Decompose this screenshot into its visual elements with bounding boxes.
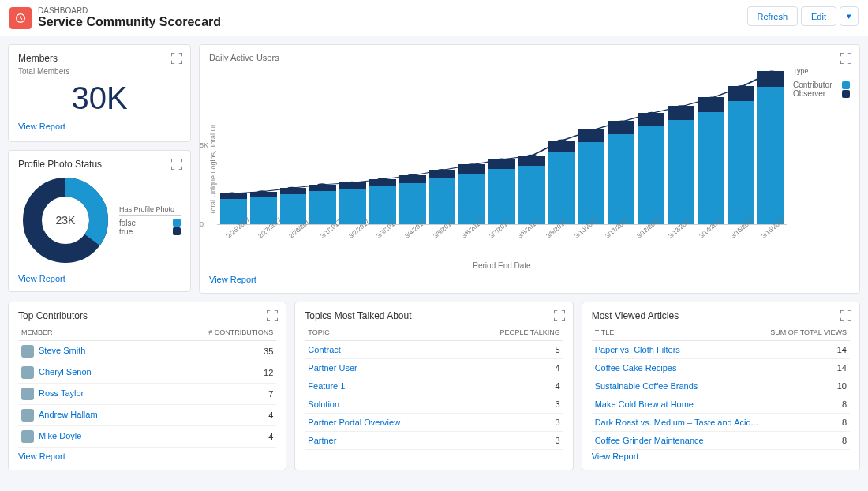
- legend-item: false: [119, 219, 181, 227]
- caret-down-icon: ▾: [847, 11, 851, 21]
- table-row: Ross Taylor7: [18, 384, 276, 405]
- header-kicker: DASHBOARD: [38, 6, 221, 15]
- table-row: Stephen Colbert4: [18, 448, 276, 452]
- row-count: 4: [459, 377, 563, 395]
- chart-x-labels: 2/26/20172/27/20172/28/20173/1/20173/2/2…: [217, 225, 787, 258]
- members-title: Members: [18, 53, 181, 64]
- avatar: [21, 366, 34, 379]
- row-link[interactable]: Coffee Cake Recipes: [595, 363, 677, 373]
- table-row: Contract5: [305, 341, 563, 359]
- bar-column: [578, 129, 605, 224]
- page-title: Service Community Scorecard: [38, 15, 221, 29]
- row-link[interactable]: Make Cold Brew at Home: [595, 399, 694, 409]
- edit-button[interactable]: Edit: [801, 6, 836, 26]
- articles-card: Most Viewed Articles TITLE SUM OF TOTAL …: [582, 302, 860, 470]
- row-link[interactable]: Partner: [308, 436, 336, 445]
- row-count: 3: [459, 395, 563, 414]
- table-row: Coffee Cake Recipes14: [592, 359, 850, 377]
- expand-icon[interactable]: [840, 53, 851, 64]
- profile-view-report-link[interactable]: View Report: [18, 274, 65, 283]
- row-count: 3: [459, 450, 563, 452]
- row-link[interactable]: Dark Roast vs. Medium – Taste and Acid..…: [595, 418, 758, 427]
- topics-title: Topics Most Talked About: [305, 310, 563, 321]
- row-link[interactable]: Solution: [308, 399, 339, 409]
- bar-segment-observer: [578, 129, 605, 142]
- row-count: 8: [765, 395, 850, 414]
- table-row: Feature 14: [305, 377, 563, 395]
- bar-segment-observer: [698, 97, 724, 112]
- top-contributors-card: Top Contributors MEMBER # CONTRIBUTIONS …: [8, 302, 286, 470]
- bar-segment-observer: [250, 192, 277, 197]
- row-link[interactable]: Andrew Hallam: [39, 410, 98, 419]
- row-count: 10: [765, 377, 850, 395]
- bar-segment-observer: [399, 175, 426, 183]
- table-row: Cheryl Senon12: [18, 362, 276, 384]
- row-link[interactable]: Sustainable Coffee Brands: [595, 381, 698, 391]
- expand-icon[interactable]: [554, 310, 565, 321]
- bar-column: [608, 121, 634, 224]
- bar-segment-observer: [638, 113, 664, 126]
- row-count: 3: [459, 414, 563, 432]
- row-link[interactable]: Contract: [308, 345, 341, 354]
- row-link[interactable]: Feature 1: [308, 381, 345, 391]
- bar-column: [548, 141, 575, 224]
- expand-icon[interactable]: [267, 310, 278, 321]
- articles-table: TITLE SUM OF TOTAL VIEWS Paper vs. Cloth…: [592, 324, 850, 451]
- table-row: Partner3: [305, 432, 563, 450]
- chart-view-report-link[interactable]: View Report: [209, 275, 256, 284]
- row-link[interactable]: Coffee Grinder Maintenance: [595, 436, 704, 445]
- bar-segment-observer: [608, 121, 634, 134]
- expand-icon[interactable]: [840, 310, 851, 321]
- members-subtitle: Total Members: [18, 67, 181, 76]
- donut-center-value: 23K: [18, 173, 113, 268]
- row-count: 5: [459, 341, 563, 359]
- row-count: 7: [160, 384, 277, 405]
- row-link[interactable]: Mike Doyle: [39, 431, 81, 440]
- bar-segment-observer: [369, 179, 396, 186]
- row-link[interactable]: Steve Smith: [39, 346, 85, 355]
- dashboard-icon: [9, 7, 32, 29]
- table-row: Paper vs. Cloth Filters14: [592, 341, 850, 359]
- table-row: Dark Roast vs. Medium – Taste and Acid..…: [592, 414, 850, 432]
- bar-segment-observer: [309, 185, 336, 191]
- row-link[interactable]: Ross Taylor: [39, 388, 84, 398]
- bar-segment-observer: [458, 164, 485, 174]
- contributors-view-report-link[interactable]: View Report: [18, 452, 65, 461]
- profile-donut-chart: 23K: [18, 173, 113, 268]
- col-member: MEMBER: [18, 324, 160, 341]
- bar-segment-observer: [668, 106, 694, 120]
- col-article-title: TITLE: [592, 324, 765, 341]
- row-link[interactable]: Partner Portal Overview: [308, 418, 400, 427]
- expand-icon[interactable]: [171, 53, 182, 64]
- row-count: 4: [160, 405, 277, 426]
- articles-view-report-link[interactable]: View Report: [592, 452, 639, 461]
- table-row: Mike Doyle4: [18, 426, 276, 448]
- legend-swatch: [173, 219, 181, 227]
- expand-icon[interactable]: [171, 159, 182, 170]
- row-count: 35: [160, 341, 277, 362]
- avatar: [21, 430, 34, 443]
- table-row: Partner Portal Overview3: [305, 414, 563, 432]
- y-tick-5k: 5K: [200, 141, 208, 149]
- chart-title: Daily Active Users: [209, 53, 850, 62]
- bar-segment-observer: [728, 86, 754, 101]
- y-tick-0: 0: [200, 220, 204, 228]
- row-count: 4: [459, 359, 563, 377]
- bar-segment-contributor: [728, 101, 754, 224]
- members-value: 30K: [18, 76, 181, 121]
- bar-column: [757, 71, 784, 224]
- more-actions-button[interactable]: ▾: [840, 6, 859, 26]
- refresh-button[interactable]: Refresh: [747, 6, 799, 26]
- legend-item: Observer: [793, 89, 850, 98]
- bar-segment-contributor: [548, 152, 575, 224]
- bar-column: [728, 86, 754, 224]
- row-link[interactable]: Paper vs. Cloth Filters: [595, 345, 680, 354]
- table-row: Solution3: [305, 395, 563, 414]
- row-link[interactable]: Cheryl Senon: [39, 367, 92, 377]
- col-contributions: # CONTRIBUTIONS: [160, 324, 277, 341]
- members-view-report-link[interactable]: View Report: [18, 122, 65, 131]
- bar-segment-observer: [757, 71, 784, 87]
- row-link[interactable]: Partner User: [308, 363, 357, 373]
- table-row: Steve Smith35: [18, 341, 276, 362]
- table-row: Partner User4: [305, 359, 563, 377]
